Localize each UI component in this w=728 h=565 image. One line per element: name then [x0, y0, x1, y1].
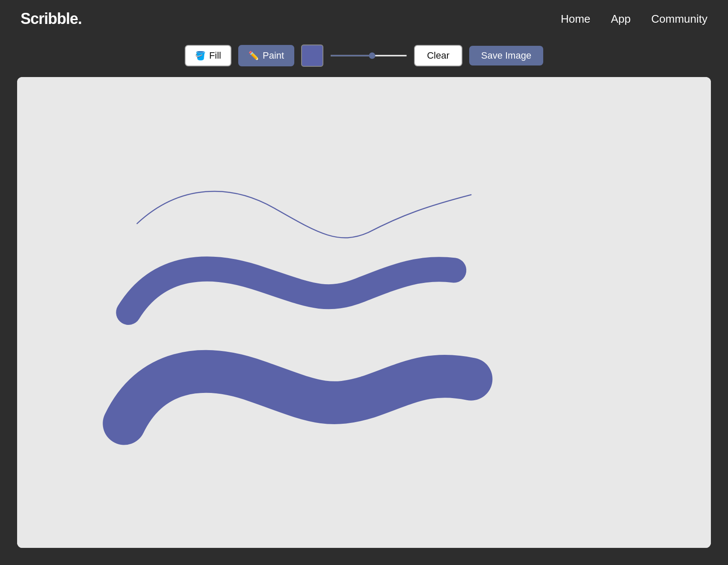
fill-label: Fill: [209, 50, 221, 61]
brush-size-slider-container: [330, 55, 407, 56]
nav-home[interactable]: Home: [561, 12, 590, 26]
paint-button[interactable]: ✏️ Paint: [238, 45, 294, 66]
toolbar: 🪣 Fill ✏️ Paint Clear Save Image: [0, 38, 728, 77]
brush-size-slider[interactable]: [330, 55, 407, 56]
nav-links: Home App Community: [561, 12, 707, 26]
nav-community[interactable]: Community: [651, 12, 707, 26]
paint-icon: ✏️: [249, 51, 259, 61]
save-image-button[interactable]: Save Image: [469, 46, 543, 65]
canvas-wrapper: [17, 77, 711, 548]
fill-button[interactable]: 🪣 Fill: [185, 45, 231, 66]
nav-app[interactable]: App: [611, 12, 630, 26]
fill-icon: 🪣: [195, 51, 206, 61]
drawing-canvas[interactable]: [17, 77, 711, 548]
paint-label: Paint: [263, 50, 284, 61]
navbar: Scribble. Home App Community: [0, 0, 728, 38]
brand-logo: Scribble.: [21, 10, 82, 28]
clear-button[interactable]: Clear: [414, 45, 462, 66]
color-picker[interactable]: [301, 45, 323, 67]
